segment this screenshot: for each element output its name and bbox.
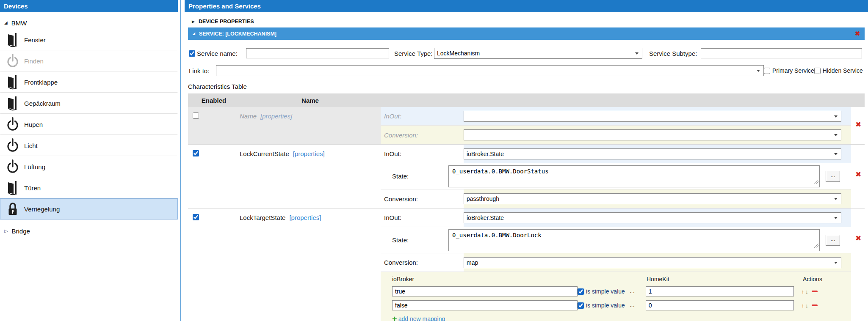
inout-value-cell [464, 107, 851, 125]
inout-select-wrap [464, 111, 841, 122]
service-subtype-input[interactable] [701, 48, 862, 58]
delete-characteristic-icon[interactable]: ✖ [855, 121, 861, 128]
device-item-tueren[interactable]: Türen [0, 177, 178, 198]
inout-select-wrap: ioBroker.State [464, 212, 841, 223]
characteristics-table: Enabled Name Name [properties] InOut: [188, 93, 865, 321]
inout-select[interactable]: ioBroker.State [464, 148, 841, 159]
service-name-input[interactable] [246, 48, 389, 58]
tree-node-label: Bridge [11, 228, 30, 235]
is-simple-value-checkbox[interactable] [578, 288, 584, 295]
delete-mapping-icon[interactable] [812, 305, 818, 306]
device-properties-section-header[interactable]: ▶ DEVICE PROPERTIES [188, 16, 865, 27]
characteristic-enabled-checkbox[interactable] [193, 150, 199, 156]
is-simple-value-checkbox[interactable] [578, 302, 584, 309]
tree-node-bridge[interactable]: ▷ Bridge [0, 225, 178, 237]
characteristic-actions-cell: ✖ [851, 145, 865, 208]
move-up-icon[interactable]: ↑ [802, 289, 804, 294]
inout-row: InOut: [381, 107, 851, 126]
primary-service-checkbox[interactable] [764, 68, 770, 74]
mapping-iobroker-input[interactable] [392, 286, 578, 296]
device-item-finden[interactable]: Finden [0, 50, 178, 71]
conversion-select[interactable] [464, 129, 841, 140]
link-to-select[interactable] [216, 65, 764, 76]
state-input[interactable]: 0_userdata.0.BMW.DoorStatus [448, 165, 820, 187]
device-item-label: Finden [24, 58, 44, 65]
characteristic-actions-cell: ✖ [851, 209, 865, 321]
select-state-button[interactable]: ... [826, 235, 840, 246]
service-type-label: Service Type: [394, 50, 434, 57]
select-state-button[interactable]: ... [826, 171, 840, 182]
device-item-frontklappe[interactable]: Frontklappe [0, 71, 178, 93]
state-row: State: 0_userdata.0.BMW.DoorStatus ... [381, 163, 851, 189]
conversion-mapping-table: ioBroker HomeKit Actions is simple value… [381, 272, 851, 321]
device-item-gepaeckraum[interactable]: Gepäckraum [0, 93, 178, 114]
expanded-triangle-icon[interactable]: ◢ [4, 21, 8, 25]
mapping-homekit-input[interactable] [646, 286, 794, 296]
delete-mapping-icon[interactable] [812, 291, 818, 292]
characteristic-enabled-checkbox[interactable] [193, 112, 199, 119]
primary-service-label: Primary Service [772, 67, 814, 74]
devices-panel-title: Devices [4, 3, 28, 10]
characteristics-table-header: Enabled Name [188, 93, 865, 107]
hidden-service-checkbox[interactable] [814, 68, 821, 74]
collapsed-triangle-icon[interactable]: ▷ [4, 229, 8, 233]
properties-panel-header: Properties and Services [185, 0, 868, 12]
tree-node-bmw[interactable]: ◢ BMW [0, 16, 178, 29]
device-item-verriegelung[interactable]: Verriegelung [0, 198, 178, 219]
device-list: Fenster Finden Frontklappe [0, 29, 178, 219]
door-icon [6, 32, 20, 47]
move-up-icon[interactable]: ↑ [802, 303, 804, 308]
conversion-select[interactable]: map [464, 257, 841, 268]
inout-label: InOut: [381, 150, 464, 157]
delete-characteristic-icon[interactable]: ✖ [855, 171, 861, 178]
inout-select[interactable] [464, 111, 841, 122]
link-to-label: Link to: [189, 67, 216, 74]
conversion-row: Conversion: map [381, 253, 851, 272]
device-item-label: Lüftung [24, 163, 45, 170]
device-item-lueftung[interactable]: Lüftung [0, 156, 178, 177]
device-properties-label: DEVICE PROPERTIES [199, 19, 254, 25]
column-header-enabled: Enabled [188, 97, 240, 104]
remove-service-icon[interactable]: ✖ [855, 30, 860, 38]
tree-node-label: BMW [11, 19, 27, 27]
collapsed-triangle-icon[interactable]: ▶ [192, 20, 195, 24]
mapping-actions: ↑ ↓ [802, 289, 818, 294]
characteristic-row-lockcurrentstate: LockCurrentState [properties] InOut: ioB… [188, 145, 865, 209]
is-simple-value-label: is simple value [586, 288, 625, 295]
characteristic-enabled-checkbox[interactable] [193, 214, 199, 220]
mapping-header-row: ioBroker HomeKit Actions [392, 275, 851, 283]
characteristic-row-template: Name [properties] InOut: [188, 107, 865, 145]
delete-characteristic-icon[interactable]: ✖ [855, 235, 861, 242]
service-type-select[interactable]: LockMechanism [434, 48, 642, 59]
properties-link[interactable]: [properties] [289, 214, 321, 221]
conversion-select-wrap [464, 129, 841, 140]
power-icon [6, 159, 20, 174]
plus-icon: + [392, 316, 397, 321]
add-new-mapping-label: add new mapping [398, 316, 445, 321]
inout-value-cell: ioBroker.State [464, 145, 851, 163]
service-form-row-2: Link to: Primary Service Hidden Service [188, 65, 865, 76]
conversion-row: Conversion: passthrough [381, 189, 851, 208]
conversion-select[interactable]: passthrough [464, 193, 841, 204]
move-down-icon[interactable]: ↓ [805, 289, 808, 294]
device-item-hupen[interactable]: Hupen [0, 114, 178, 135]
mapping-iobroker-input[interactable] [392, 300, 578, 310]
service-section-header[interactable]: ◢ SERVICE: [LOCKMECHANISM] ✖ [188, 27, 865, 40]
service-name-checkbox[interactable] [189, 50, 195, 57]
properties-link[interactable]: [properties] [260, 112, 292, 120]
door-icon [6, 96, 20, 111]
move-down-icon[interactable]: ↓ [805, 303, 808, 308]
inout-label: InOut: [381, 214, 464, 221]
mapping-homekit-input[interactable] [646, 300, 794, 310]
characteristic-row-locktargetstate: LockTargetState [properties] InOut: ioBr… [188, 209, 865, 321]
state-input[interactable]: 0_userdata.0.BMW.DoorLock [448, 229, 820, 251]
inout-select[interactable]: ioBroker.State [464, 212, 841, 223]
add-new-mapping-button[interactable]: + add new mapping [392, 315, 851, 321]
door-icon [6, 180, 20, 195]
expanded-triangle-icon[interactable]: ◢ [192, 32, 195, 36]
properties-link[interactable]: [properties] [293, 150, 325, 157]
panel-splitter[interactable] [178, 0, 185, 321]
device-item-fenster[interactable]: Fenster [0, 29, 178, 50]
device-item-licht[interactable]: Licht [0, 135, 178, 156]
characteristics-table-title: Characteristics Table [188, 83, 865, 90]
